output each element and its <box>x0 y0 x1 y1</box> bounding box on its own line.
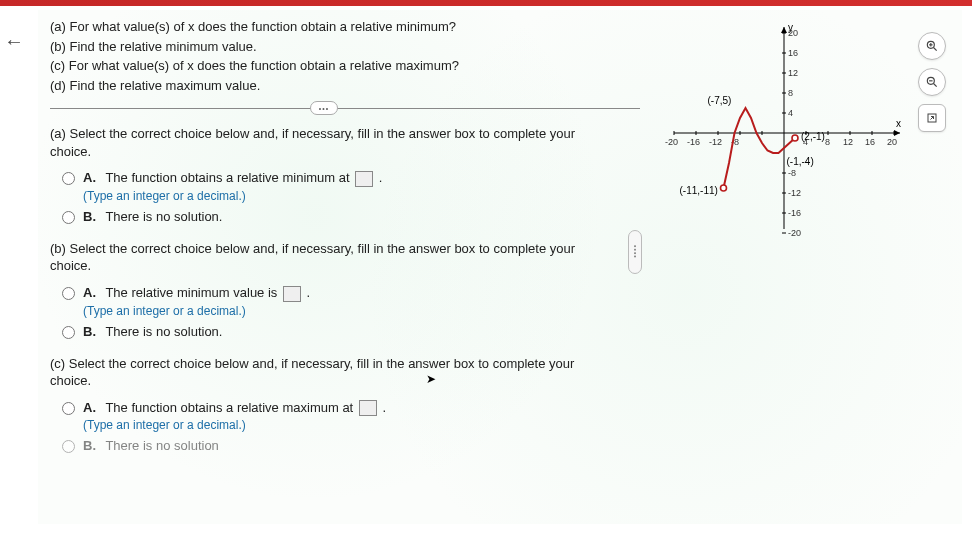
svg-text:-8: -8 <box>788 168 796 178</box>
svg-line-50 <box>934 48 937 51</box>
svg-marker-3 <box>781 27 787 33</box>
choice-c-A-pre: The function obtains a relative maximum … <box>105 400 356 415</box>
svg-text:16: 16 <box>865 137 875 147</box>
svg-text:-20: -20 <box>788 228 801 238</box>
choice-b-A-post: . <box>307 285 311 300</box>
svg-text:8: 8 <box>788 88 793 98</box>
choice-a-B-label[interactable]: B. There is no solution. <box>83 209 222 224</box>
question-a: (a) For what value(s) of x does the func… <box>50 18 640 36</box>
letter-B3: B. <box>83 438 96 453</box>
svg-text:(-7,5): (-7,5) <box>708 95 732 106</box>
svg-text:4: 4 <box>788 108 793 118</box>
choice-a-B-text: There is no solution. <box>105 209 222 224</box>
choice-b-B-label[interactable]: B. There is no solution. <box>83 324 222 339</box>
choice-b-A: A. The relative minimum value is . (Type… <box>62 285 640 318</box>
choice-c-A-label[interactable]: A. The function obtains a relative maxim… <box>83 400 386 433</box>
zoom-out-icon[interactable] <box>918 68 946 96</box>
radio-b-B[interactable] <box>62 326 75 339</box>
choice-c-A-post: . <box>382 400 386 415</box>
choice-b-A-pre: The relative minimum value is <box>105 285 281 300</box>
svg-text:-12: -12 <box>709 137 722 147</box>
svg-text:16: 16 <box>788 48 798 58</box>
svg-text:12: 12 <box>843 137 853 147</box>
prompt-a: (a) Select the correct choice below and,… <box>50 125 610 160</box>
answer-box-c[interactable] <box>359 400 377 416</box>
page-body: (a) For what value(s) of x does the func… <box>38 10 962 524</box>
graph-svg: xy-20-16-12-848121620-20-16-12-848121620… <box>654 18 914 248</box>
graph-tools <box>918 32 946 132</box>
answer-box-a[interactable] <box>355 171 373 187</box>
prompt-b: (b) Select the correct choice below and,… <box>50 240 610 275</box>
radio-a-B[interactable] <box>62 211 75 224</box>
choice-c-A: A. The function obtains a relative maxim… <box>62 400 640 433</box>
svg-text:(-11,-11): (-11,-11) <box>680 185 718 196</box>
choice-b-A-label[interactable]: A. The relative minimum value is . (Type… <box>83 285 310 318</box>
svg-text:x: x <box>896 118 901 129</box>
svg-text:-20: -20 <box>665 137 678 147</box>
choices-c: A. The function obtains a relative maxim… <box>62 400 640 454</box>
choice-c-B-label[interactable]: B. There is no solution <box>83 438 219 453</box>
question-b: (b) Find the relative minimum value. <box>50 38 640 56</box>
choice-b-B: B. There is no solution. <box>62 324 640 339</box>
radio-a-A[interactable] <box>62 172 75 185</box>
content-column: (a) For what value(s) of x does the func… <box>50 18 640 453</box>
svg-line-54 <box>934 84 937 87</box>
svg-text:12: 12 <box>788 68 798 78</box>
hint-b: (Type an integer or a decimal.) <box>83 304 310 318</box>
letter-B: B. <box>83 209 96 224</box>
svg-point-43 <box>721 185 727 191</box>
svg-text:(2,-1): (2,-1) <box>801 131 825 142</box>
hint-a: (Type an integer or a decimal.) <box>83 189 382 203</box>
graph-panel: xy-20-16-12-848121620-20-16-12-848121620… <box>654 18 954 258</box>
letter-A2: A. <box>83 285 96 300</box>
back-arrow-icon[interactable]: ← <box>4 30 24 53</box>
vertical-drag-handle[interactable]: •••• <box>628 230 642 274</box>
svg-marker-2 <box>894 130 900 136</box>
choice-b-B-text: There is no solution. <box>105 324 222 339</box>
zoom-in-icon[interactable] <box>918 32 946 60</box>
choice-c-B: B. There is no solution <box>62 438 640 453</box>
radio-b-A[interactable] <box>62 287 75 300</box>
divider: ••• <box>50 108 640 109</box>
choices-b: A. The relative minimum value is . (Type… <box>62 285 640 339</box>
question-d: (d) Find the relative maximum value. <box>50 77 640 95</box>
answer-box-b[interactable] <box>283 286 301 302</box>
svg-text:20: 20 <box>887 137 897 147</box>
choices-a: A. The function obtains a relative minim… <box>62 170 640 224</box>
svg-point-44 <box>792 135 798 141</box>
svg-text:-16: -16 <box>687 137 700 147</box>
letter-B2: B. <box>83 324 96 339</box>
choice-a-A-label[interactable]: A. The function obtains a relative minim… <box>83 170 382 203</box>
expand-pill-icon[interactable]: ••• <box>310 101 338 115</box>
svg-text:-12: -12 <box>788 188 801 198</box>
choice-a-A-pre: The function obtains a relative minimum … <box>105 170 353 185</box>
question-c: (c) For what value(s) of x does the func… <box>50 57 640 75</box>
letter-A3: A. <box>83 400 96 415</box>
svg-text:8: 8 <box>825 137 830 147</box>
svg-text:-16: -16 <box>788 208 801 218</box>
app-topbar <box>0 0 972 6</box>
choice-c-B-text: There is no solution <box>105 438 218 453</box>
question-list: (a) For what value(s) of x does the func… <box>50 18 640 94</box>
svg-text:20: 20 <box>788 28 798 38</box>
prompt-c: (c) Select the correct choice below and,… <box>50 355 610 390</box>
radio-c-A[interactable] <box>62 402 75 415</box>
letter-A: A. <box>83 170 96 185</box>
popout-icon[interactable] <box>918 104 946 132</box>
radio-c-B[interactable] <box>62 440 75 453</box>
choice-a-B: B. There is no solution. <box>62 209 640 224</box>
choice-a-A-post: . <box>379 170 383 185</box>
hint-c: (Type an integer or a decimal.) <box>83 418 386 432</box>
svg-text:(-1,-4): (-1,-4) <box>787 156 814 167</box>
divider-line <box>50 108 640 109</box>
choice-a-A: A. The function obtains a relative minim… <box>62 170 640 203</box>
